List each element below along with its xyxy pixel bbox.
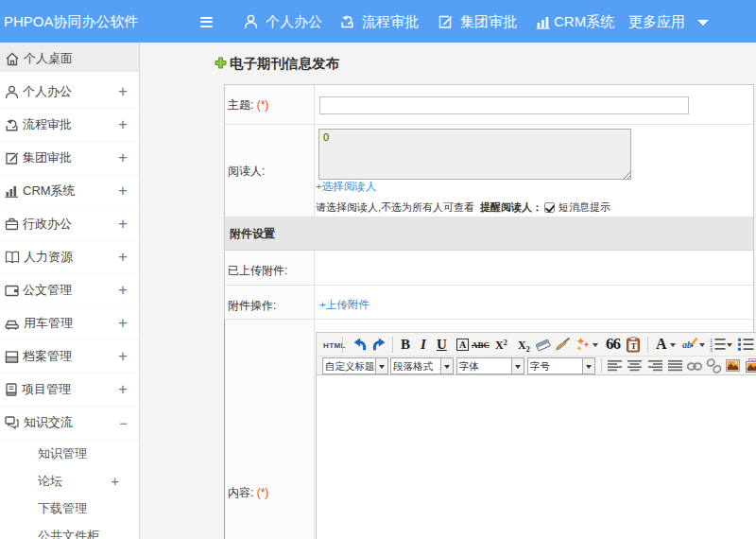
svg-text:ab: ab: [682, 339, 692, 350]
svg-text:T: T: [631, 341, 637, 351]
svg-text:3: 3: [710, 347, 713, 352]
